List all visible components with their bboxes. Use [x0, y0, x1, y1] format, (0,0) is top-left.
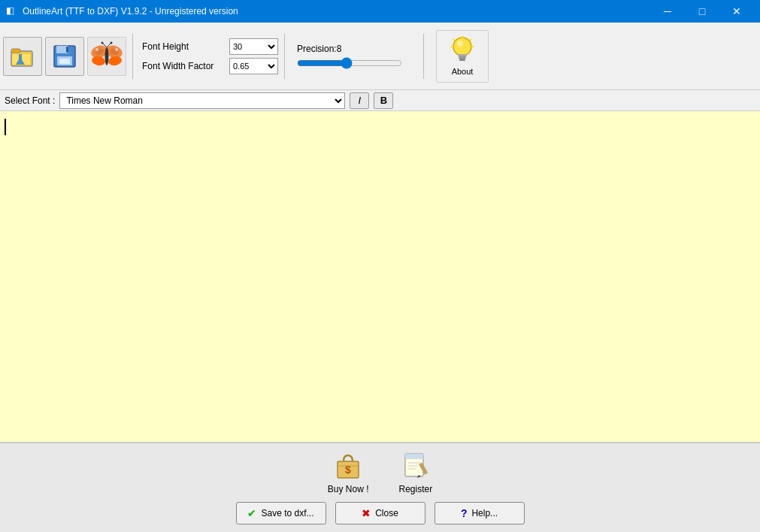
open-icon	[10, 44, 35, 69]
help-button[interactable]: ? Help...	[435, 502, 525, 524]
precision-label: Precision:8	[297, 44, 341, 54]
svg-rect-26	[459, 56, 466, 59]
svg-point-23	[453, 38, 471, 56]
save-button[interactable]	[45, 37, 84, 76]
precision-area: Precision:8	[297, 44, 417, 69]
svg-line-31	[453, 39, 455, 41]
svg-rect-1	[11, 49, 20, 53]
save-to-dxf-button[interactable]: ✔ Save to dxf...	[236, 502, 326, 524]
minimize-button[interactable]: ─	[650, 0, 685, 23]
save-icon	[52, 44, 77, 69]
bottom-actions-row: ✔ Save to dxf... ✖ Close ? Help...	[0, 497, 760, 532]
app-icon: ◧	[6, 5, 18, 17]
buy-now-label: Buy Now !	[328, 484, 369, 494]
app-title: OutlineArt (TTF to DXF) V1.9.2 - Unregis…	[23, 6, 650, 17]
font-height-select[interactable]: 30 10 20 40 50 60 72 100	[229, 38, 278, 55]
crossmark-icon: ✖	[362, 507, 371, 519]
about-button[interactable]: About	[436, 30, 489, 83]
about-label: About	[452, 67, 474, 76]
bottom-icons-row: $ Buy Now !	[0, 443, 760, 497]
butterfly-button[interactable]	[87, 37, 126, 76]
svg-point-24	[457, 41, 463, 47]
title-bar: ◧ OutlineArt (TTF to DXF) V1.9.2 - Unreg…	[0, 0, 760, 23]
register-icon	[399, 449, 432, 482]
font-selector-bar: Select Font : Times New Roman Arial Cour…	[0, 90, 760, 111]
font-height-label: Font Height	[142, 41, 225, 52]
toolbar: Font Height 30 10 20 40 50 60 72 100 Fon…	[0, 23, 760, 90]
svg-point-18	[105, 47, 109, 65]
window-controls: ─ □ ✕	[650, 0, 754, 23]
questionmark-icon: ?	[461, 507, 468, 519]
bottom-panel: $ Buy Now !	[0, 442, 760, 532]
font-height-row: Font Height 30 10 20 40 50 60 72 100	[142, 38, 278, 55]
text-canvas[interactable]	[0, 111, 760, 442]
svg-rect-4	[19, 54, 22, 60]
toolbar-separator-1	[132, 34, 133, 79]
font-width-select[interactable]: 0.65 0.50 0.55 0.60 0.70 0.75 0.80 1.00	[229, 58, 278, 74]
font-select-label: Select Font :	[5, 95, 55, 106]
help-label: Help...	[471, 508, 498, 518]
butterfly-icon	[90, 40, 123, 73]
svg-rect-25	[458, 54, 467, 56]
svg-rect-27	[459, 59, 465, 61]
text-cursor	[5, 119, 6, 135]
svg-point-16	[95, 48, 98, 51]
close-button[interactable]: ✕	[719, 0, 754, 23]
font-width-label: Font Width Factor	[142, 61, 225, 71]
font-width-row: Font Width Factor 0.65 0.50 0.55 0.60 0.…	[142, 58, 278, 74]
svg-rect-7	[66, 47, 68, 53]
save-to-dxf-label: Save to dxf...	[261, 508, 313, 518]
toolbar-separator-2	[284, 34, 285, 79]
close-label: Close	[375, 508, 398, 518]
font-family-select[interactable]: Times New Roman Arial Courier New Georgi…	[59, 92, 345, 109]
open-button[interactable]	[3, 37, 42, 76]
bold-button[interactable]: B	[374, 92, 393, 109]
svg-point-22	[111, 41, 113, 44]
italic-button[interactable]: I	[350, 92, 369, 109]
svg-point-20	[101, 41, 104, 44]
canvas-scroll[interactable]	[0, 111, 760, 442]
svg-point-17	[115, 48, 118, 51]
svg-text:$: $	[345, 464, 351, 476]
maximize-button[interactable]: □	[685, 0, 719, 23]
checkmark-icon: ✔	[247, 507, 256, 519]
canvas-container	[0, 111, 760, 442]
toolbar-separator-3	[423, 34, 424, 79]
svg-rect-9	[59, 59, 70, 64]
font-settings: Font Height 30 10 20 40 50 60 72 100 Fon…	[142, 38, 278, 74]
register-button[interactable]: Register	[399, 449, 433, 494]
lightbulb-icon	[450, 36, 474, 65]
register-label: Register	[399, 484, 433, 494]
buy-now-button[interactable]: $ Buy Now !	[328, 449, 369, 494]
buy-now-icon: $	[332, 449, 365, 482]
svg-line-29	[470, 39, 471, 41]
svg-rect-37	[405, 454, 423, 459]
precision-slider[interactable]	[297, 57, 402, 69]
close-action-button[interactable]: ✖ Close	[335, 502, 425, 524]
